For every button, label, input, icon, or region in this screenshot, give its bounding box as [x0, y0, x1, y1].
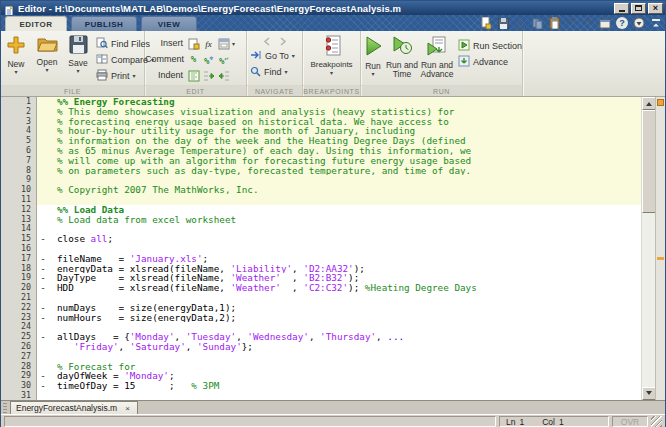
breakpoint-gutter[interactable]	[37, 175, 49, 185]
breakpoint-gutter[interactable]	[37, 146, 49, 156]
code-line[interactable]: 3% forecasting energy usage based on his…	[1, 117, 641, 127]
run-section-button[interactable]: Run Section	[455, 38, 522, 54]
close-button[interactable]: ×	[648, 3, 663, 14]
breakpoint-gutter[interactable]	[37, 166, 49, 176]
breakpoint-gutter[interactable]: -	[37, 313, 49, 323]
scroll-down-button[interactable]	[642, 387, 656, 400]
code-line[interactable]: 28% Forecast for	[1, 362, 641, 372]
help-icon[interactable]: ?	[616, 17, 628, 29]
uncomment-button[interactable]: %↵	[217, 53, 230, 66]
code-line[interactable]: 1%% Energy Forecasting	[1, 97, 641, 107]
code-area[interactable]: 1%% Energy Forecasting2% This demo showc…	[1, 97, 641, 400]
advance-button[interactable]: Advance	[455, 54, 522, 70]
switch-window-icon[interactable]	[599, 17, 611, 29]
code-line[interactable]: 5% information on the day of the week an…	[1, 136, 641, 146]
breakpoint-gutter[interactable]	[37, 126, 49, 136]
code-line[interactable]: 23-numHours = size(energyData,2);	[1, 313, 641, 323]
breakpoint-gutter[interactable]: -	[37, 283, 49, 293]
code-line[interactable]: 2% This demo showcases visualization and…	[1, 107, 641, 117]
code-line[interactable]: 20-HDD = xlsread(fileName, 'Weather' , '…	[1, 283, 641, 293]
code-line[interactable]: 31	[1, 391, 641, 400]
tab-bar-grip[interactable]	[3, 403, 7, 413]
code-line[interactable]: 21	[1, 293, 641, 303]
insert-code-button[interactable]	[187, 37, 200, 50]
find-button[interactable]: Find ▾	[247, 64, 302, 80]
minimize-ribbon-icon[interactable]	[650, 17, 662, 29]
code-line[interactable]: 8% on parameters such as day-type, forec…	[1, 166, 641, 176]
code-line[interactable]: 11	[1, 195, 641, 205]
maximize-button[interactable]	[631, 3, 646, 14]
code-line[interactable]: 26 'Friday', 'Saturday', 'Sunday'};	[1, 342, 641, 352]
scrollbar-thumb[interactable]	[642, 110, 656, 213]
code-editor[interactable]: 1%% Energy Forecasting2% This demo showc…	[1, 97, 665, 400]
tab-editor[interactable]: EDITOR	[5, 16, 67, 31]
community-icon[interactable]	[633, 17, 645, 29]
new-button[interactable]: New ▾	[1, 34, 31, 84]
chevron-down-icon[interactable]: ▾	[232, 41, 235, 47]
breakpoint-gutter[interactable]: -	[37, 234, 49, 244]
code-line[interactable]: 6% as 65 minus Average Temperature) of e…	[1, 146, 641, 156]
open-button[interactable]: Open ▾	[31, 34, 63, 84]
new-script-icon[interactable]	[480, 17, 492, 29]
breakpoint-gutter[interactable]: -	[37, 381, 49, 391]
resize-grip[interactable]	[651, 416, 662, 427]
breakpoint-gutter[interactable]	[37, 215, 49, 225]
breakpoint-gutter[interactable]	[37, 352, 49, 362]
code-line[interactable]: 15-close all;	[1, 234, 641, 244]
comment-button[interactable]: %	[187, 53, 200, 66]
smart-indent-button[interactable]	[187, 69, 200, 82]
breakpoint-gutter[interactable]	[37, 205, 49, 215]
minimize-button[interactable]	[614, 3, 629, 14]
code-line[interactable]: 24	[1, 322, 641, 332]
code-line[interactable]: 29-dayOfWeek = 'Monday';	[1, 371, 641, 381]
code-line[interactable]: 14	[1, 224, 641, 234]
block-comment-button[interactable]: %✻	[202, 53, 215, 66]
breakpoint-gutter[interactable]: -	[37, 332, 49, 342]
breakpoints-button[interactable]: Breakpoints ▾	[303, 34, 360, 76]
breakpoint-gutter[interactable]	[37, 342, 49, 352]
code-line[interactable]: 27	[1, 352, 641, 362]
breakpoint-gutter[interactable]	[37, 97, 49, 107]
breakpoint-gutter[interactable]	[37, 185, 49, 195]
insert-section-button[interactable]	[217, 37, 230, 50]
breakpoint-gutter[interactable]	[37, 156, 49, 166]
indent-left-button[interactable]	[217, 69, 230, 82]
tab-close-icon[interactable]: ×	[123, 404, 132, 413]
code-line[interactable]: 7% will come up with an algorithm for fo…	[1, 156, 641, 166]
code-line[interactable]: 13% Load data from excel worksheet	[1, 215, 641, 225]
save-button[interactable]: Save ▾	[63, 34, 93, 84]
run-and-time-button[interactable]: Run and Time	[385, 34, 419, 78]
code-line[interactable]: 10% Copyright 2007 The MathWorks, Inc.	[1, 185, 641, 195]
message-indicator-bar[interactable]	[655, 97, 665, 400]
code-line[interactable]: 9	[1, 175, 641, 185]
find-files-button[interactable]: Find Files	[93, 36, 143, 52]
code-line[interactable]: 19-DayType = xlsread(fileName, 'Weather'…	[1, 273, 641, 283]
breakpoint-gutter[interactable]	[37, 195, 49, 205]
code-line[interactable]: 12%% Load Data	[1, 205, 641, 215]
code-line[interactable]: 18-energyData = xlsread(fileName, 'Liabi…	[1, 264, 641, 274]
warning-marker[interactable]	[657, 257, 664, 260]
save-icon[interactable]	[497, 17, 509, 29]
print-button[interactable]: Print ▾	[93, 68, 143, 84]
paste-icon[interactable]	[548, 17, 560, 29]
breakpoint-gutter[interactable]	[37, 391, 49, 400]
code-line[interactable]: 22-numDays = size(energyData,1);	[1, 303, 641, 313]
scroll-up-button[interactable]	[642, 97, 656, 110]
run-and-advance-button[interactable]: Run and Advance	[419, 34, 455, 78]
compare-button[interactable]: Compare ▾	[93, 52, 143, 68]
code-line[interactable]: 17-fileName = 'January.xls';	[1, 254, 641, 264]
tab-publish[interactable]: PUBLISH	[71, 16, 137, 31]
code-line[interactable]: 30-timeOfDay = 15 ; % 3PM	[1, 381, 641, 391]
code-line[interactable]: 25-allDays = {'Monday', 'Tuesday', 'Wedn…	[1, 332, 641, 342]
document-tab-active[interactable]: EnergyForecastAnalysis.m ×	[10, 401, 138, 414]
code-line[interactable]: 4% hour-by-hour utility usage for the mo…	[1, 126, 641, 136]
code-line[interactable]: 16	[1, 244, 641, 254]
breakpoint-gutter[interactable]	[37, 117, 49, 127]
insert-function-button[interactable]: fx	[202, 37, 215, 50]
go-to-button[interactable]: Go To ▾	[247, 48, 302, 64]
message-summary-indicator[interactable]	[657, 99, 664, 106]
run-button[interactable]: Run ▾	[361, 34, 385, 78]
breakpoint-gutter[interactable]	[37, 107, 49, 117]
vertical-scrollbar[interactable]	[641, 97, 655, 400]
tab-view[interactable]: VIEW	[141, 16, 197, 31]
